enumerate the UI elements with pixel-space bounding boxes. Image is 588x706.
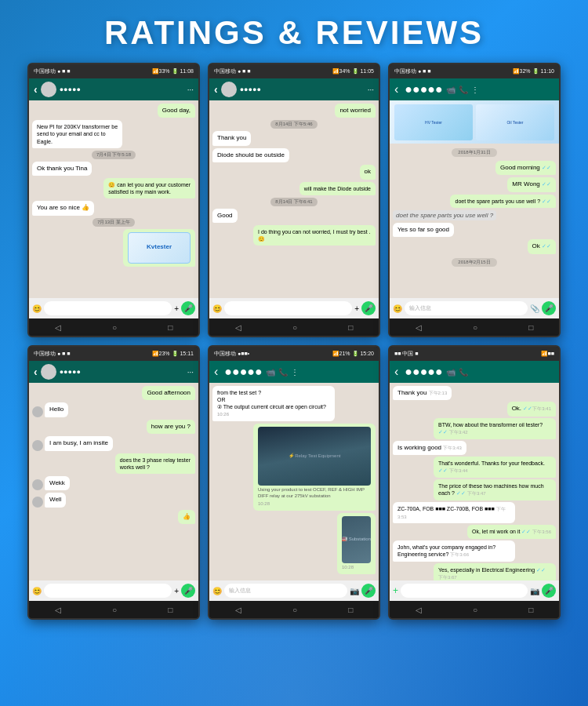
message-bubble: 👍 [178, 510, 195, 524]
nav-bar-6: ◁ ○ □ [390, 601, 559, 618]
chat-input-bar-3: 😊 输入信息 📎 🎤 [390, 298, 559, 318]
timestamp: 8月14日 下午6:41 [270, 198, 317, 206]
call-icon-6[interactable]: 📞 [459, 368, 468, 377]
home-nav[interactable]: ○ [112, 323, 117, 332]
back-nav[interactable]: ◁ [416, 323, 422, 332]
emoji-icon[interactable]: 😊 [393, 304, 402, 313]
message-bubble: ZC-700A, FOB ■■■ ZC-700B, FOB ■■■ 下午3:53 [393, 502, 515, 524]
recents-nav[interactable]: □ [528, 606, 533, 614]
back-nav[interactable]: ◁ [55, 606, 61, 614]
msg-row: doet the spare parts you use well ? [393, 210, 556, 220]
back-icon-4[interactable]: ‹ [34, 366, 38, 378]
attach-icon[interactable]: 📎 [530, 304, 539, 313]
message-bubble: MR Wong ✓✓ [507, 177, 556, 191]
recents-nav[interactable]: □ [168, 606, 172, 614]
nav-bar-3: ◁ ○ □ [390, 318, 559, 336]
back-icon-6[interactable]: ‹ [394, 365, 398, 379]
chat-input-4[interactable] [44, 584, 172, 598]
back-icon-1[interactable]: ‹ [34, 83, 38, 96]
mic-button-2[interactable]: 🎤 [361, 301, 376, 315]
more-icon[interactable]: ⋮ [471, 86, 479, 94]
msg-row: Hello [32, 402, 195, 417]
signal-2: 📶34% 🔋 11:05 [332, 68, 374, 75]
message-bubble: Well [45, 493, 66, 507]
page-container: RATINGS & REVIEWS 中国移动 ● ■ ■ 📶33% 🔋 11:0… [0, 0, 588, 706]
emoji-icon[interactable]: 😊 [212, 587, 222, 595]
more-icon-5[interactable]: ⋮ [291, 368, 299, 377]
chat-header-2: ‹ ●●●●● ··· [209, 78, 379, 100]
home-nav[interactable]: ○ [292, 606, 297, 614]
chat-input-1[interactable] [44, 301, 172, 315]
call-icon-5[interactable]: 📞 [278, 368, 288, 377]
home-nav[interactable]: ○ [473, 606, 477, 614]
msg-row: ok [212, 165, 376, 179]
mic-button-3[interactable]: 🎤 [542, 301, 556, 315]
attach-icon[interactable]: + [174, 587, 179, 595]
chat-header-6: ‹ ●●●●● 📹 📞 [390, 361, 559, 383]
message-bubble: not worried [335, 104, 376, 118]
status-bar-5: 中国移动 ●■■• 📶21% 🔋 15:20 [209, 347, 379, 361]
video-icon[interactable]: 📹 [446, 86, 456, 94]
back-icon-3[interactable]: ‹ [394, 82, 398, 96]
back-nav[interactable]: ◁ [416, 606, 422, 614]
msg-row: Good afternoon [32, 386, 195, 400]
signal-5: 📶21% 🔋 15:20 [332, 351, 374, 357]
recents-nav[interactable]: □ [168, 323, 172, 332]
recents-nav[interactable]: □ [528, 323, 533, 332]
user-avatar [32, 440, 43, 451]
back-icon-5[interactable]: ‹ [214, 365, 218, 379]
home-nav[interactable]: ○ [473, 323, 477, 332]
back-nav[interactable]: ◁ [235, 606, 241, 614]
back-nav[interactable]: ◁ [235, 323, 241, 332]
attach-icon[interactable]: + [354, 304, 359, 313]
video-icon-5[interactable]: 📹 [266, 368, 275, 377]
chat-input-2[interactable] [224, 301, 352, 315]
nav-bar-4: ◁ ○ □ [29, 601, 198, 618]
add-icon[interactable]: + [393, 585, 398, 596]
contact-name-1: ●●●●● [60, 86, 184, 93]
back-icon-2[interactable]: ‹ [214, 83, 218, 96]
emoji-icon[interactable]: 😊 [32, 587, 42, 595]
message-bubble: will make the Diode outside [299, 182, 376, 195]
avatar-2 [221, 82, 237, 97]
message-bubble: Yes so far so good [393, 223, 454, 237]
phone-screen-6: ■■ 中国 ■ 📶■■ ‹ ●●●●● 📹 📞 Thank you 下午2:13… [388, 345, 561, 620]
chat-input-3[interactable]: 输入信息 [405, 301, 528, 315]
msg-row: Ok, let mi work on it ✓✓ 下午3:56 [393, 525, 556, 539]
emoji-icon[interactable]: 😊 [32, 304, 42, 313]
camera-icon[interactable]: 📷 [530, 587, 539, 595]
call-icon[interactable]: 📞 [459, 86, 468, 94]
user-avatar [32, 479, 43, 490]
msg-row: That's wonderful. Thanks for your feedba… [393, 457, 556, 478]
status-bar-1: 中国移动 ● ■ ■ 📶33% 🔋 11:08 [29, 64, 198, 78]
message-bubble: Good morning ✓✓ [495, 161, 556, 175]
msg-row: does the 3 phase relay testerworks well … [32, 453, 195, 474]
chat-header-4: ‹ ●●●●● ··· [29, 361, 198, 383]
attach-icon[interactable]: + [174, 304, 179, 313]
mic-button-4[interactable]: 🎤 [181, 584, 195, 598]
emoji-icon[interactable]: 😊 [212, 304, 222, 313]
msg-row: Kvtester [32, 229, 195, 267]
page-title: RATINGS & REVIEWS [104, 14, 484, 52]
signal-4: 📶23% 🔋 15:11 [152, 351, 194, 357]
home-nav[interactable]: ○ [112, 606, 117, 614]
video-icon-6[interactable]: 📹 [446, 368, 456, 377]
recents-nav[interactable]: □ [348, 323, 353, 332]
attach-icon[interactable]: 📷 [350, 587, 359, 595]
msg-row: Yes, especially in Electrical Engineerin… [393, 563, 556, 580]
home-nav[interactable]: ○ [292, 323, 297, 332]
msg-row: 👍 [32, 510, 195, 524]
mic-button-6[interactable]: 🎤 [542, 584, 556, 598]
chat-input-6[interactable] [401, 584, 528, 598]
chat-header-5: ‹ ●●●●● 📹 📞 ⋮ [209, 361, 379, 383]
mic-button-5[interactable]: 🎤 [361, 584, 376, 598]
chat-input-5[interactable]: 输入信息 [224, 584, 347, 598]
back-nav[interactable]: ◁ [55, 323, 61, 332]
msg-row: 🏭 Substation 10:28 [212, 513, 376, 574]
message-bubble: ok [360, 165, 376, 179]
message-bubble: Ok, let mi work on it ✓✓ 下午3:56 [467, 525, 556, 539]
carrier-4: 中国移动 ● ■ ■ [34, 350, 71, 358]
recents-nav[interactable]: □ [348, 606, 353, 614]
mic-button-1[interactable]: 🎤 [181, 301, 195, 315]
msg-row: Ok. ✓✓下午3:41 [393, 402, 556, 416]
